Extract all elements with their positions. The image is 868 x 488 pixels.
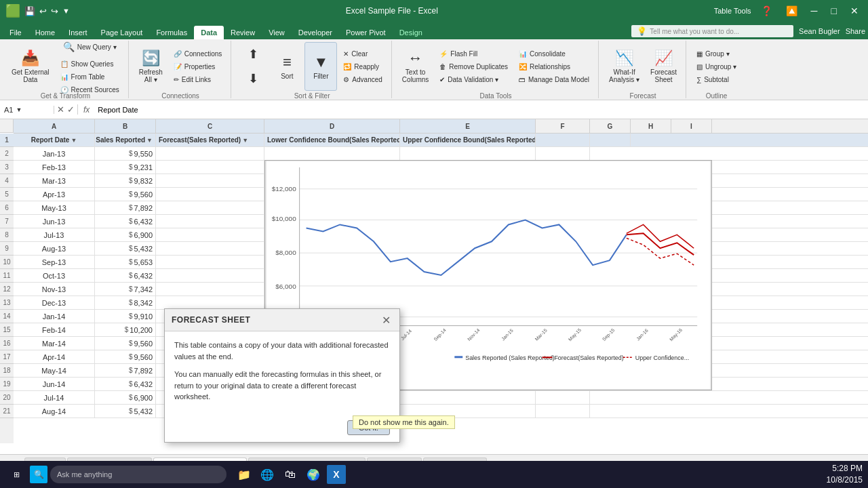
cell-b16[interactable]: $ 9,560 [95,337,156,350]
what-if-analysis-btn[interactable]: 📉 What-IfAnalysis ▾ [604,42,644,91]
row-header-21[interactable]: 21 [0,405,14,418]
cell-ref-dropdown-icon[interactable]: ▼ [16,106,22,113]
cell-c7[interactable] [156,215,264,228]
cortana-icon[interactable]: 🔍 [30,466,47,483]
tab-formulas[interactable]: Formulas [149,26,194,39]
cell-b4[interactable]: $ 9,832 [95,174,156,187]
cell-e2[interactable] [400,147,536,160]
col-header-f[interactable]: F [536,119,590,133]
sort-az-btn[interactable]: ⬆ [237,43,269,66]
got-it-btn[interactable]: Got it! [347,420,390,435]
cell-a20[interactable]: Jul-14 [14,391,95,404]
cell-c13[interactable] [156,296,264,309]
cell-c2[interactable] [156,147,264,160]
cell-c4[interactable] [156,174,264,187]
filter-arrow-a1[interactable]: ▼ [71,137,77,144]
row-header-19[interactable]: 19 [0,378,14,391]
cell-b8[interactable]: $ 6,900 [95,228,156,241]
row-header-1[interactable]: 1 [0,134,14,147]
cell-b7[interactable]: $ 6,432 [95,215,156,228]
cell-b19[interactable]: $ 6,432 [95,378,156,390]
cell-a2[interactable]: Jan-13 [14,147,95,160]
tell-me-input[interactable]: 💡 Tell me what you want to do... [631,25,793,37]
cell-e21[interactable] [400,405,536,418]
cell-b3[interactable]: $ 9,231 [95,161,156,174]
cell-a16[interactable]: Mar-14 [14,337,95,350]
connections-btn[interactable]: 🔗 Connections [169,48,227,60]
row-header-7[interactable]: 7 [0,215,14,228]
cell-c1[interactable]: Forecast(Sales Reported) ▼ [156,134,264,146]
reapply-btn[interactable]: 🔁 Reapply [338,61,387,73]
tab-review[interactable]: Review [224,26,262,39]
cell-a11[interactable]: Oct-13 [14,269,95,282]
filter-btn[interactable]: ▼ Filter [304,42,337,91]
cell-a8[interactable]: Jul-13 [14,228,95,241]
cell-d1[interactable]: Lower Confidence Bound(Sales Reported) ▼ [264,134,400,146]
advanced-btn[interactable]: ⚙ Advanced [338,74,387,85]
tab-view[interactable]: View [262,26,292,39]
relationships-btn[interactable]: 🔀 Relationships [514,61,594,73]
cell-b14[interactable]: $ 9,910 [95,310,156,323]
taskbar-explorer-btn[interactable]: 📁 [235,465,254,484]
cell-c11[interactable] [156,269,264,282]
cell-b18[interactable]: $ 7,892 [95,364,156,377]
close-btn[interactable]: ✕ [846,4,863,18]
row-header-4[interactable]: 4 [0,174,14,188]
start-btn[interactable]: ⊞ [5,464,27,485]
filter-arrow-b1[interactable]: ▼ [146,137,153,144]
row-header-15[interactable]: 15 [0,323,14,337]
taskbar-edge-btn[interactable]: 🌐 [258,465,277,484]
manage-data-model-btn[interactable]: 🗃 Manage Data Model [514,74,594,85]
maximize-btn[interactable]: □ [827,4,841,18]
cell-d2[interactable] [264,147,400,160]
cell-b10[interactable]: $ 5,653 [95,256,156,268]
flash-fill-btn[interactable]: ⚡ Flash Fill [435,48,513,60]
remove-duplicates-btn[interactable]: 🗑 Remove Duplicates [435,61,513,73]
show-queries-btn[interactable]: 📋 Show Queries [56,58,124,70]
row-header-20[interactable]: 20 [0,391,14,405]
refresh-all-btn[interactable]: 🔄 RefreshAll ▾ [134,42,167,91]
row-header-14[interactable]: 14 [0,310,14,323]
col-header-e[interactable]: E [400,119,536,133]
cell-a19[interactable]: Jun-14 [14,378,95,390]
cell-b6[interactable]: $ 7,892 [95,201,156,214]
filter-arrow-c1[interactable]: ▼ [242,137,248,144]
quick-access-undo[interactable]: ↩ [39,6,47,16]
col-header-d[interactable]: D [264,119,400,133]
text-to-columns-btn[interactable]: ↔ Text toColumns [397,42,433,91]
row-header-13[interactable]: 13 [0,296,14,310]
cell-b12[interactable]: $ 7,342 [95,283,156,296]
consolidate-btn[interactable]: 📊 Consolidate [514,48,594,60]
row-header-2[interactable]: 2 [0,147,14,161]
cell-a7[interactable]: Jun-13 [14,215,95,228]
cell-c5[interactable] [156,188,264,201]
tab-data[interactable]: Data [194,26,224,39]
tab-developer[interactable]: Developer [292,26,339,39]
quick-access-save[interactable]: 💾 [24,6,35,16]
row-header-9[interactable]: 9 [0,242,14,256]
cell-a1[interactable]: Report Date ▼ [14,134,95,146]
col-header-a[interactable]: A [14,119,95,133]
cell-a9[interactable]: Aug-13 [14,242,95,255]
cell-b11[interactable]: $ 6,432 [95,269,156,282]
cell-c10[interactable] [156,256,264,268]
row-header-5[interactable]: 5 [0,188,14,201]
cell-a21[interactable]: Aug-14 [14,405,95,418]
edit-links-btn[interactable]: ✏ Edit Links [169,74,227,85]
cell-c8[interactable] [156,228,264,241]
cell-a3[interactable]: Feb-13 [14,161,95,174]
cell-c9[interactable] [156,242,264,255]
taskbar-chrome-btn[interactable]: 🌍 [304,465,323,484]
cell-a17[interactable]: Apr-14 [14,350,95,363]
data-validation-btn[interactable]: ✔ Data Validation ▾ [435,74,513,85]
quick-access-more[interactable]: ▼ [62,7,70,15]
cell-b20[interactable]: $ 6,900 [95,391,156,404]
tab-power-pivot[interactable]: Power Pivot [339,26,393,39]
cell-b21[interactable]: $ 5,432 [95,405,156,418]
col-header-b[interactable]: B [95,119,156,133]
cell-a6[interactable]: May-13 [14,201,95,214]
minimize-btn[interactable]: ─ [807,4,822,18]
row-header-8[interactable]: 8 [0,228,14,242]
cell-a5[interactable]: Apr-13 [14,188,95,201]
row-header-10[interactable]: 10 [0,256,14,269]
